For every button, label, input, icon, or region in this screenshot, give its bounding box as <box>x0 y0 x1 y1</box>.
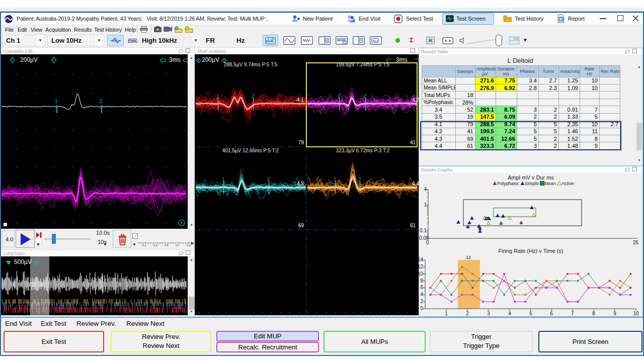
svg-text:0.7: 0.7 <box>176 244 180 247</box>
svg-text:EMG: EMG <box>128 39 137 44</box>
svg-text:0.9: 0.9 <box>187 244 191 247</box>
svg-text:0.3: 0.3 <box>153 244 157 247</box>
svg-text:0.1: 0.1 <box>142 244 146 247</box>
svg-text:0.5: 0.5 <box>165 244 169 247</box>
svg-text:SMG: SMG <box>112 39 118 42</box>
svg-text:ALL: ALL <box>373 39 379 42</box>
